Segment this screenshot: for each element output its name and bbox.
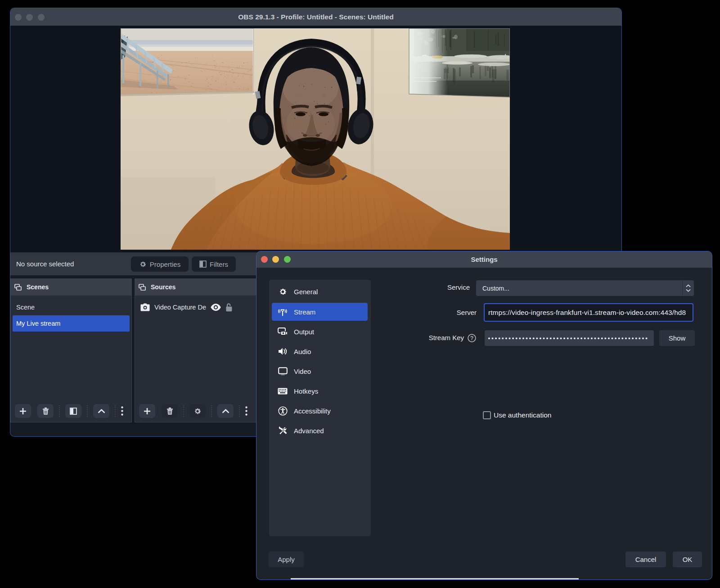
svg-text:?: ? [470,335,474,341]
